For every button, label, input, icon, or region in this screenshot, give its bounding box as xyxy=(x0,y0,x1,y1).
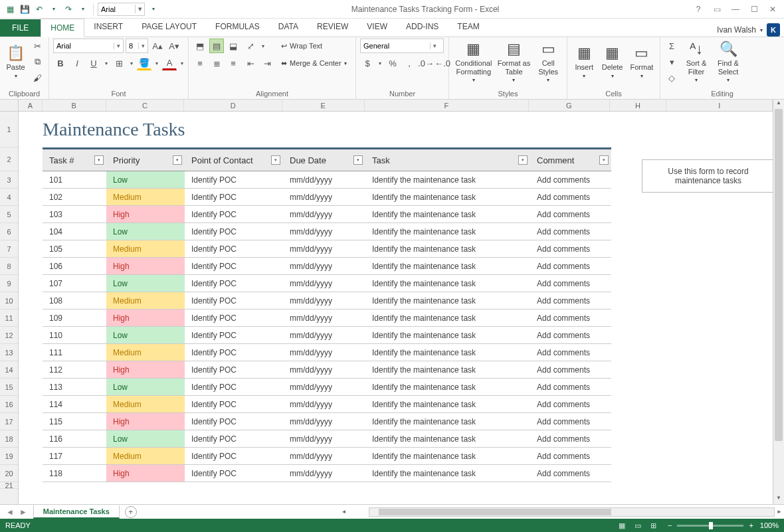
wrap-text-button[interactable]: ↩Wrap Text xyxy=(277,39,351,53)
tab-team[interactable]: TEAM xyxy=(448,18,488,37)
table-cell[interactable]: Add comments xyxy=(530,430,611,447)
page-layout-view-icon[interactable]: ▭ xyxy=(631,520,645,531)
table-row[interactable]: 105MediumIdentify POCmm/dd/yyyyIdentify … xyxy=(43,240,611,258)
table-cell[interactable]: Identify the maintenance task xyxy=(365,258,530,274)
table-cell[interactable]: mm/dd/yyyy xyxy=(283,327,365,343)
table-cell[interactable]: Identify the maintenance task xyxy=(365,448,530,464)
row-header[interactable]: 13 xyxy=(0,344,18,361)
table-cell[interactable]: Identify POC xyxy=(185,413,283,430)
font-color-icon[interactable]: A xyxy=(162,56,177,70)
table-cell[interactable]: 109 xyxy=(43,310,106,326)
table-cell[interactable]: Identify the maintenance task xyxy=(365,396,530,412)
table-row[interactable]: 115HighIdentify POCmm/dd/yyyyIdentify th… xyxy=(43,413,611,430)
table-cell[interactable]: Low xyxy=(106,223,185,240)
column-header[interactable]: C xyxy=(106,100,185,111)
table-cell[interactable]: 117 xyxy=(43,448,106,464)
table-cell[interactable]: Identify the maintenance task xyxy=(365,344,530,361)
tab-review[interactable]: REVIEW xyxy=(308,18,357,37)
table-header[interactable]: Comment▾ xyxy=(530,149,611,171)
align-right-icon[interactable]: ≡ xyxy=(226,56,241,70)
table-cell[interactable]: Identify the maintenance task xyxy=(365,275,530,292)
table-cell[interactable]: 105 xyxy=(43,240,106,257)
table-cell[interactable]: 110 xyxy=(43,327,106,343)
table-cell[interactable]: 102 xyxy=(43,189,106,205)
autosum-icon[interactable]: Σ xyxy=(664,39,679,53)
table-row[interactable]: 117MediumIdentify POCmm/dd/yyyyIdentify … xyxy=(43,448,611,465)
row-header[interactable]: 1 xyxy=(0,112,18,147)
qat-dropdown-icon[interactable]: ▾ xyxy=(147,3,159,15)
table-cell[interactable]: mm/dd/yyyy xyxy=(283,223,365,240)
find-select-button[interactable]: 🔍Find & Select▾ xyxy=(714,39,743,85)
chevron-down-icon[interactable]: ▾ xyxy=(135,5,144,13)
table-cell[interactable]: Identify POC xyxy=(185,171,283,188)
sheet-tab[interactable]: Maintenance Tasks xyxy=(33,505,120,519)
align-center-icon[interactable]: ≣ xyxy=(209,56,224,70)
table-cell[interactable]: 118 xyxy=(43,465,106,482)
table-cell[interactable]: Medium xyxy=(106,344,185,361)
hscroll-left-icon[interactable]: ◄ xyxy=(340,509,349,515)
table-cell[interactable]: 112 xyxy=(43,361,106,378)
orientation-dropdown-icon[interactable]: ▾ xyxy=(260,39,266,53)
row-header[interactable]: 21 xyxy=(0,482,18,489)
redo-dropdown-icon[interactable]: ▾ xyxy=(77,3,89,15)
row-header[interactable]: 12 xyxy=(0,327,18,344)
row-header[interactable]: 2 xyxy=(0,147,18,171)
underline-button[interactable]: U xyxy=(86,56,101,70)
table-cell[interactable]: Identify the maintenance task xyxy=(365,379,530,395)
align-bottom-icon[interactable]: ⬓ xyxy=(226,39,241,53)
table-cell[interactable]: Add comments xyxy=(530,292,611,309)
row-header[interactable]: 4 xyxy=(0,189,18,206)
chevron-down-icon[interactable]: ▾ xyxy=(430,43,439,49)
table-cell[interactable]: 103 xyxy=(43,206,106,222)
table-cell[interactable]: Add comments xyxy=(530,240,611,257)
table-row[interactable]: 113LowIdentify POCmm/dd/yyyyIdentify the… xyxy=(43,379,611,396)
table-cell[interactable]: mm/dd/yyyy xyxy=(283,292,365,309)
table-cell[interactable]: 116 xyxy=(43,430,106,447)
help-icon[interactable]: ? xyxy=(690,2,707,17)
table-cell[interactable]: mm/dd/yyyy xyxy=(283,310,365,326)
table-cell[interactable]: Identify the maintenance task xyxy=(365,240,530,257)
chevron-down-icon[interactable]: ▾ xyxy=(138,43,147,49)
accounting-icon[interactable]: $ xyxy=(360,56,375,70)
table-cell[interactable]: 101 xyxy=(43,171,106,188)
table-cell[interactable]: mm/dd/yyyy xyxy=(283,379,365,395)
sheet-nav-prev-icon[interactable]: ◄ xyxy=(4,507,16,517)
table-cell[interactable]: Add comments xyxy=(530,275,611,292)
table-cell[interactable]: Identify POC xyxy=(185,327,283,343)
tab-data[interactable]: DATA xyxy=(269,18,308,37)
undo-dropdown-icon[interactable]: ▾ xyxy=(48,3,60,15)
scroll-thumb[interactable] xyxy=(775,109,783,441)
table-cell[interactable]: Identify POC xyxy=(185,344,283,361)
border-icon[interactable]: ⊞ xyxy=(112,56,126,70)
increase-decimal-icon[interactable]: .0→ xyxy=(419,56,433,70)
table-row[interactable]: 116LowIdentify POCmm/dd/yyyyIdentify the… xyxy=(43,430,611,448)
table-cell[interactable]: mm/dd/yyyy xyxy=(283,206,365,222)
scroll-up-icon[interactable]: ▲ xyxy=(773,100,784,109)
table-row[interactable]: 109HighIdentify POCmm/dd/yyyyIdentify th… xyxy=(43,310,611,327)
format-as-table-button[interactable]: ▤Format as Table▾ xyxy=(497,39,532,85)
table-cell[interactable]: mm/dd/yyyy xyxy=(283,361,365,378)
table-cell[interactable]: Low xyxy=(106,379,185,395)
sheet-nav-next-icon[interactable]: ► xyxy=(17,507,29,517)
table-cell[interactable]: Medium xyxy=(106,448,185,464)
table-cell[interactable]: High xyxy=(106,465,185,482)
table-cell[interactable]: Identify POC xyxy=(185,379,283,395)
row-header[interactable]: 11 xyxy=(0,310,18,327)
horizontal-scrollbar[interactable] xyxy=(369,507,775,517)
table-cell[interactable]: mm/dd/yyyy xyxy=(283,465,365,482)
tab-home[interactable]: HOME xyxy=(41,19,84,37)
font-size-combo[interactable]: ▾ xyxy=(126,39,148,53)
clear-icon[interactable]: ◇ xyxy=(664,70,679,85)
increase-indent-icon[interactable]: ⇥ xyxy=(260,56,274,70)
zoom-out-icon[interactable]: − xyxy=(668,521,672,529)
save-icon[interactable]: 💾 xyxy=(19,3,31,15)
table-cell[interactable]: Identify the maintenance task xyxy=(365,361,530,378)
table-cell[interactable]: High xyxy=(106,413,185,430)
row-header[interactable]: 16 xyxy=(0,396,18,413)
tab-formulas[interactable]: FORMULAS xyxy=(206,18,269,37)
table-row[interactable]: 103HighIdentify POCmm/dd/yyyyIdentify th… xyxy=(43,206,611,223)
undo-icon[interactable]: ↶ xyxy=(33,3,45,15)
table-cell[interactable]: Add comments xyxy=(530,361,611,378)
number-format-combo[interactable]: ▾ xyxy=(360,39,444,53)
table-cell[interactable]: Add comments xyxy=(530,258,611,274)
